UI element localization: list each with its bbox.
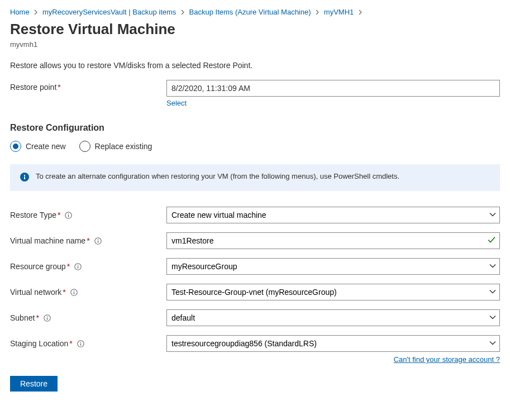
resource-group-label: Resource group (10, 262, 66, 271)
cant-find-storage-link[interactable]: Can't find your storage account ? (394, 355, 500, 364)
svg-rect-5 (68, 213, 69, 214)
staging-location-dropdown[interactable] (166, 335, 500, 352)
restore-point-input[interactable] (166, 80, 500, 97)
svg-rect-10 (78, 266, 78, 268)
restore-type-label: Restore Type (10, 211, 56, 219)
chevron-right-icon (180, 8, 185, 17)
breadcrumb-backup-items[interactable]: Backup Items (Azure Virtual Machine) (189, 8, 311, 16)
svg-rect-19 (80, 343, 81, 345)
breadcrumb: Home myRecoveryServicesVault | Backup it… (10, 8, 500, 16)
svg-rect-20 (80, 342, 81, 342)
subnet-dropdown[interactable] (166, 309, 500, 326)
svg-rect-1 (24, 176, 25, 179)
restore-config-radio-group: Create new Replace existing (10, 141, 500, 152)
page-description: Restore allows you to restore VM/disks f… (10, 61, 500, 70)
vnet-label: Virtual network (10, 288, 61, 297)
vnet-dropdown[interactable] (166, 284, 500, 300)
svg-rect-17 (47, 316, 47, 317)
info-banner: To create an alternate configuration whe… (10, 164, 500, 191)
radio-create-new[interactable]: Create new (10, 141, 66, 152)
svg-rect-8 (97, 239, 98, 240)
svg-rect-16 (47, 317, 47, 319)
page-title: Restore Virtual Machine (10, 21, 500, 38)
restore-type-dropdown[interactable] (166, 207, 500, 223)
svg-rect-11 (78, 265, 78, 265)
staging-location-label: Staging Location (10, 339, 68, 348)
required-indicator: * (58, 83, 60, 92)
info-icon (20, 173, 29, 183)
chevron-right-icon (315, 8, 320, 17)
info-icon[interactable] (65, 212, 72, 219)
radio-create-new-label: Create new (26, 142, 66, 151)
radio-replace-existing[interactable]: Replace existing (79, 141, 152, 152)
info-icon[interactable] (94, 237, 102, 245)
select-restore-point-link[interactable]: Select (166, 99, 187, 107)
info-icon[interactable] (44, 314, 51, 322)
resource-group-dropdown[interactable] (166, 258, 500, 275)
radio-unselected-icon (79, 141, 90, 152)
breadcrumb-home[interactable]: Home (10, 8, 30, 16)
radio-replace-existing-label: Replace existing (95, 142, 152, 151)
info-icon[interactable] (77, 340, 84, 347)
info-banner-text: To create an alternate configuration whe… (36, 172, 399, 180)
info-icon[interactable] (74, 263, 82, 270)
vm-name-input[interactable] (166, 232, 500, 249)
restore-point-label: Restore point (10, 83, 56, 92)
restore-button[interactable]: Restore (10, 376, 58, 392)
vm-name-label: Virtual machine name (10, 236, 85, 245)
info-icon[interactable] (70, 289, 78, 296)
subnet-label: Subnet (10, 313, 35, 322)
svg-rect-4 (68, 214, 69, 217)
chevron-right-icon (358, 8, 363, 17)
svg-rect-14 (74, 290, 74, 291)
svg-rect-2 (24, 175, 25, 176)
breadcrumb-vault[interactable]: myRecoveryServicesVault | Backup items (42, 8, 176, 16)
chevron-right-icon (34, 8, 38, 17)
radio-selected-icon (10, 141, 21, 152)
breadcrumb-vm[interactable]: myVMH1 (324, 8, 354, 16)
page-subtitle: myvmh1 (10, 40, 500, 49)
svg-rect-13 (74, 292, 74, 294)
svg-rect-7 (97, 240, 98, 242)
restore-configuration-heading: Restore Configuration (10, 123, 500, 133)
checkmark-icon (488, 237, 495, 245)
